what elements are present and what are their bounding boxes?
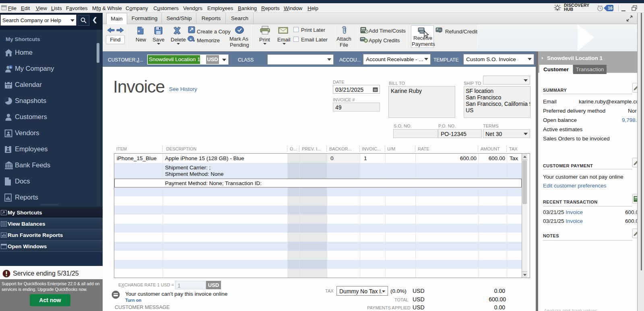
svg-text:31: 31 [7,85,10,89]
svg-text:b: b [10,66,12,69]
